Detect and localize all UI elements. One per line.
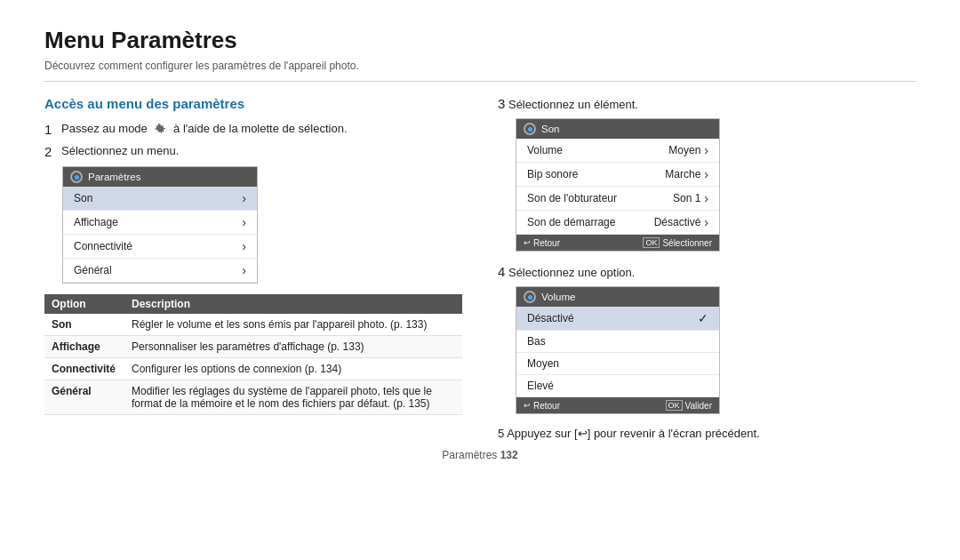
cam3-row-bas: Bas — [516, 331, 719, 353]
table-desc-affichage: Personnaliser les paramètres d'affichage… — [124, 336, 462, 358]
step-5-number: 5 — [498, 427, 504, 440]
cam3-header-label: Volume — [541, 292, 575, 302]
step-4: 4 Sélectionnez une option. — [498, 264, 916, 279]
step-4-text: Sélectionnez une option. — [508, 266, 635, 279]
cam2-row-bip: Bip sonore Marche › — [516, 163, 719, 187]
step-5: 5 Appuyez sur [↩] pour revenir à l'écran… — [498, 427, 916, 440]
table-row: Connectivité Configurer les options de c… — [44, 358, 462, 380]
table-desc-connectivite: Configurer les options de connexion (p. … — [124, 358, 462, 380]
step-3-number: 3 — [498, 96, 505, 111]
table-option-general: Général — [44, 380, 124, 415]
camera-ui-2: Son Volume Moyen › Bip sonore Marche › S… — [516, 118, 720, 252]
camera-ui-1: Paramètres Son › Affichage › Connectivit… — [62, 166, 258, 284]
cam3-row-moyen: Moyen — [516, 353, 719, 375]
step-2-number: 2 — [44, 144, 57, 159]
cam1-row-son: Son › — [63, 187, 257, 211]
right-column: 3 Sélectionnez un élément. Son Volume Mo… — [498, 96, 916, 440]
cam3-header: Volume — [516, 287, 719, 307]
cam1-row-general: Général › — [63, 259, 257, 283]
table-option-connectivite: Connectivité — [44, 358, 124, 380]
cam2-row-volume: Volume Moyen › — [516, 139, 719, 163]
back-icon: ↩ — [578, 427, 588, 440]
table-row: Affichage Personnaliser les paramètres d… — [44, 336, 462, 358]
option-table: Option Description Son Régler le volume … — [44, 294, 462, 415]
cam1-row-affichage: Affichage › — [63, 211, 257, 235]
step-1: 1 Passez au mode à l'aide de la molette … — [44, 122, 462, 137]
cam2-header-label: Son — [541, 124, 559, 134]
table-desc-son: Régler le volume et les sons émis par l'… — [124, 314, 462, 336]
cam3-row-eleve: Elevé — [516, 375, 719, 397]
step-2: 2 Sélectionnez un menu. — [44, 144, 462, 159]
page-subtitle: Découvrez comment configurer les paramèt… — [44, 60, 916, 82]
cam3-footer: ↩ Retour OK Valider — [516, 397, 719, 413]
cam3-row-desactive: Désactivé ✓ — [516, 307, 719, 331]
left-column: Accès au menu des paramètres 1 Passez au… — [44, 96, 462, 440]
footer-label: Paramètres — [442, 449, 497, 461]
table-desc-general: Modifier les réglages du système de l'ap… — [124, 380, 462, 415]
cam2-row-obturateur: Son de l'obturateur Son 1 › — [516, 187, 719, 211]
page-number: 132 — [500, 449, 518, 461]
cam2-row-demarrage: Son de démarrage Désactivé › — [516, 211, 719, 235]
table-option-son: Son — [44, 314, 124, 336]
cam3-icon — [524, 291, 536, 303]
table-row: Général Modifier les réglages du système… — [44, 380, 462, 415]
step-3: 3 Sélectionnez un élément. — [498, 96, 916, 111]
cam1-header: Paramètres — [63, 167, 257, 187]
table-col-option: Option — [44, 294, 124, 314]
cam2-footer: ↩ Retour OK Sélectionner — [516, 235, 719, 251]
cam1-icon — [70, 171, 83, 183]
cam2-icon — [524, 123, 536, 135]
page-title: Menu Paramètres — [44, 27, 916, 54]
section-title: Accès au menu des paramètres — [44, 96, 462, 111]
table-row: Son Régler le volume et les sons émis pa… — [44, 314, 462, 336]
step-1-number: 1 — [44, 122, 57, 137]
page-footer: Paramètres 132 — [44, 449, 916, 461]
step-5-text: Appuyez sur [↩] pour revenir à l'écran p… — [507, 427, 760, 440]
table-option-affichage: Affichage — [44, 336, 124, 358]
cam2-header: Son — [516, 119, 719, 139]
table-col-description: Description — [124, 294, 462, 314]
cam1-row-connectivite: Connectivité › — [63, 235, 257, 259]
step-4-number: 4 — [498, 264, 505, 279]
cam1-header-label: Paramètres — [88, 172, 140, 182]
step-3-text: Sélectionnez un élément. — [508, 98, 638, 111]
step-1-text: Passez au mode à l'aide de la molette de… — [61, 122, 348, 137]
gear-icon — [153, 123, 167, 137]
camera-ui-3: Volume Désactivé ✓ Bas Moyen Elevé ↩ Ret… — [516, 286, 720, 414]
step-2-text: Sélectionnez un menu. — [61, 144, 179, 157]
